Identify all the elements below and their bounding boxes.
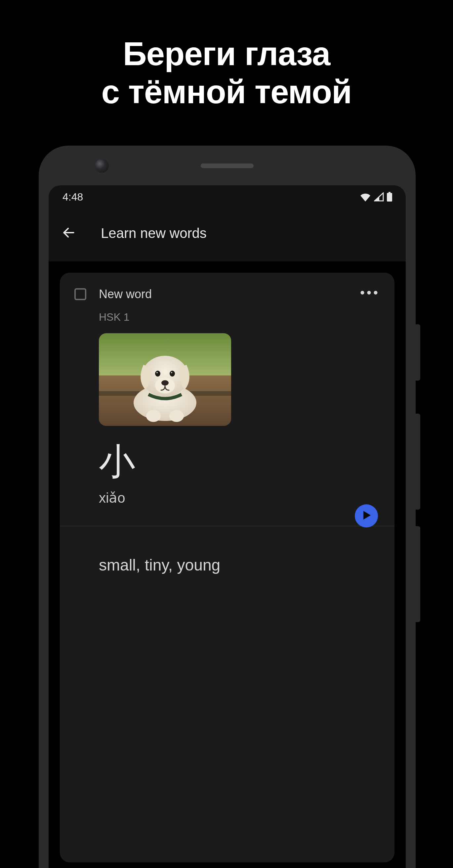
more-button[interactable]: •••	[360, 289, 380, 296]
word-card: New word ••• HSK 1	[60, 273, 394, 862]
cellular-icon	[374, 192, 384, 202]
svg-rect-1	[387, 193, 392, 202]
status-icons	[359, 192, 392, 202]
svg-point-7	[169, 410, 184, 422]
phone-camera	[95, 159, 109, 173]
app-bar: Learn new words	[48, 209, 406, 258]
more-horizontal-icon: •••	[360, 285, 380, 300]
arrow-left-icon	[62, 225, 76, 241]
svg-point-10	[161, 380, 169, 385]
phone-side-button	[416, 324, 420, 380]
promo-line-1: Береги глаза	[123, 35, 330, 72]
word-translation: small, tiny, young	[60, 526, 394, 574]
svg-point-12	[170, 371, 175, 377]
battery-icon	[387, 192, 392, 202]
svg-point-13	[156, 372, 158, 373]
phone-frame: 4:48	[39, 146, 416, 868]
wifi-icon	[359, 192, 371, 202]
content-area: New word ••• HSK 1	[48, 261, 406, 868]
svg-rect-0	[389, 192, 390, 193]
status-bar: 4:48	[48, 185, 406, 209]
level-label: HSK 1	[60, 301, 394, 323]
svg-point-14	[171, 372, 172, 373]
play-icon	[361, 510, 371, 522]
phone-side-button	[416, 414, 420, 509]
promo-title: Береги глаза с тёмной темой	[0, 0, 453, 111]
play-audio-button[interactable]	[355, 504, 378, 527]
phone-side-button	[416, 526, 420, 622]
status-time: 4:48	[63, 191, 83, 203]
svg-point-6	[146, 410, 161, 422]
word-pinyin: xiǎo	[60, 487, 394, 526]
word-checkbox[interactable]	[74, 288, 86, 300]
word-image	[99, 333, 231, 426]
svg-point-11	[155, 371, 160, 377]
card-header: New word •••	[60, 273, 394, 301]
new-word-label: New word	[99, 287, 152, 301]
back-button[interactable]	[60, 224, 78, 242]
promo-line-2: с тёмной темой	[101, 73, 352, 110]
word-hanzi: 小	[60, 426, 394, 487]
phone-screen: 4:48	[48, 185, 406, 868]
phone-speaker	[201, 163, 254, 168]
screen-title: Learn new words	[101, 225, 207, 241]
